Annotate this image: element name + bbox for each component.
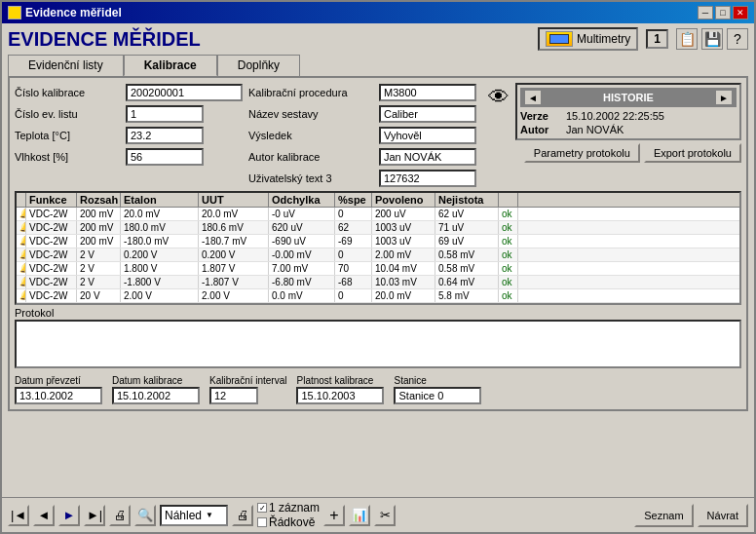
th-spe: %spe xyxy=(335,193,372,207)
play-btn[interactable]: ► xyxy=(58,505,80,526)
table-row[interactable]: 🔔VDC-2W200 mV-180.0 mV-180.7 mV-690 uV-6… xyxy=(17,235,739,248)
th-result xyxy=(499,193,518,207)
copy-icon-btn[interactable]: 📋 xyxy=(676,28,698,50)
search-btn[interactable]: 🔍 xyxy=(134,505,156,526)
printer2-btn[interactable]: 🖨 xyxy=(232,505,253,526)
table-cell: 0 xyxy=(335,289,372,302)
minimize-button[interactable]: ─ xyxy=(698,6,713,19)
scissors-btn[interactable]: ✂ xyxy=(374,505,396,526)
table-cell: 0 xyxy=(335,248,372,261)
label-platnost: Platnost kalibrace xyxy=(296,375,384,386)
table-cell: 2 V xyxy=(77,262,121,275)
input-interval[interactable] xyxy=(209,387,258,404)
row-icon: 🔔 xyxy=(17,276,26,288)
table-row[interactable]: 🔔VDC-2W2 V0.200 V0.200 V-0.00 mV02.00 mV… xyxy=(17,248,739,262)
seznam-button[interactable]: Seznam xyxy=(634,504,693,527)
input-datum-prevzeti[interactable] xyxy=(15,387,102,404)
th-funkce: Funkce xyxy=(26,193,77,207)
table-cell: VDC-2W xyxy=(26,208,77,220)
help-icon-btn[interactable]: ? xyxy=(727,28,748,50)
row-icon: 🔔 xyxy=(17,208,26,220)
row-icon: 🔔 xyxy=(17,262,26,275)
input-vysledek[interactable] xyxy=(379,127,476,144)
row-icon: 🔔 xyxy=(17,289,26,302)
zaznam-label: 1 záznam xyxy=(269,501,320,515)
input-procedura[interactable] xyxy=(379,84,476,101)
device-selector[interactable]: Multimetry xyxy=(538,27,638,51)
device-name: Multimetry xyxy=(577,32,630,46)
table-cell: 0.58 mV xyxy=(435,262,499,275)
radkove-checkbox[interactable] xyxy=(257,517,267,527)
input-uzivatel[interactable] xyxy=(379,170,476,187)
table-cell: 180.6 mV xyxy=(199,221,269,234)
prev-record-btn[interactable]: ◄ xyxy=(33,505,55,526)
device-number[interactable]: 1 xyxy=(646,29,668,49)
radkove-label: Řádkově xyxy=(269,515,315,529)
table-cell: 0.58 mV xyxy=(435,248,499,261)
table-cell: 200 mV xyxy=(77,235,121,248)
row-icon: 🔔 xyxy=(17,235,26,248)
table-cell: ok xyxy=(499,248,518,261)
main-window: Evidence měřidel ─ □ ✕ EVIDENCE MĚŘIDEL … xyxy=(0,0,756,534)
history-prev-btn[interactable]: ◄ xyxy=(524,90,542,105)
input-sestava[interactable] xyxy=(379,105,476,123)
table-cell: 1003 uV xyxy=(372,221,435,234)
parametry-button[interactable]: Parametry protokolu xyxy=(524,143,640,163)
nahled-select[interactable]: Náhled ▼ xyxy=(160,505,228,526)
tab-evidencni[interactable]: Evidenční listy xyxy=(8,55,124,76)
table-cell: VDC-2W xyxy=(26,276,77,288)
input-kalibrace[interactable] xyxy=(126,84,243,101)
history-fields: Verze 15.10.2002 22:25:55 Autor Jan NOVÁ… xyxy=(520,110,737,135)
history-next-btn[interactable]: ► xyxy=(715,90,733,105)
history-title: HISTORIE xyxy=(545,92,712,103)
history-autor-value: Jan NOVÁK xyxy=(566,124,737,135)
table-cell: 70 xyxy=(335,262,372,275)
tab-doplnky[interactable]: Doplňky xyxy=(217,55,300,76)
data-table: Funkce Rozsah Etalon UUT Odchylka %spe P… xyxy=(15,191,741,305)
last-record-btn[interactable]: ►| xyxy=(84,505,105,526)
tabs-wrapper: Evidenční listy Kalibrace Doplňky Číslo … xyxy=(8,55,748,411)
table-cell: 10.03 mV xyxy=(372,276,435,288)
add-btn[interactable]: + xyxy=(323,505,345,526)
table-row[interactable]: 🔔VDC-2W200 mV180.0 mV180.6 mV620 uV62100… xyxy=(17,221,739,235)
navrat-button[interactable]: Návrat xyxy=(698,504,748,527)
input-platnost[interactable] xyxy=(296,387,384,404)
top-row: EVIDENCE MĚŘIDEL Multimetry 1 📋 💾 ? xyxy=(8,27,748,51)
save-icon-btn[interactable]: 💾 xyxy=(701,28,723,50)
table-row[interactable]: 🔔VDC-2W2 V1.800 V1.807 V7.00 mV7010.04 m… xyxy=(17,262,739,276)
input-stanice[interactable] xyxy=(394,387,481,404)
input-vlhkost[interactable] xyxy=(126,148,204,166)
label-teplota: Teplota [°C] xyxy=(15,130,122,141)
th-etalon: Etalon xyxy=(121,193,199,207)
zaznam-checkbox[interactable] xyxy=(257,503,267,513)
bottom-fields: Datum převzetí Datum kalibrace Kalibračn… xyxy=(15,375,741,404)
table-cell: VDC-2W xyxy=(26,262,77,275)
chart-btn[interactable]: 📊 xyxy=(349,505,370,526)
print-btn[interactable]: 🖨 xyxy=(109,505,131,526)
close-button[interactable]: ✕ xyxy=(733,6,748,19)
nahled-label: Náhled xyxy=(165,509,202,522)
notes-area[interactable] xyxy=(15,320,741,368)
protokol-section: Protokol xyxy=(15,307,741,371)
maximize-button[interactable]: □ xyxy=(715,6,731,19)
table-row[interactable]: 🔔VDC-2W200 mV20.0 mV20.0 mV-0 uV0200 uV6… xyxy=(17,208,739,221)
table-cell: ok xyxy=(499,235,518,248)
history-verze-label: Verze xyxy=(520,110,564,122)
input-autor-kal[interactable] xyxy=(379,148,476,166)
mid-col: Kalibrační procedura Název sestavy Výsle… xyxy=(248,83,482,188)
table-cell: 2 V xyxy=(77,276,121,288)
table-cell: 2 V xyxy=(77,248,121,261)
input-datum-kalibrace[interactable] xyxy=(112,387,200,404)
left-col: Číslo kalibrace Číslo ev. listu Teplota … xyxy=(15,83,243,188)
table-row[interactable]: 🔔VDC-2W2 V-1.800 V-1.807 V-6.80 mV-6810.… xyxy=(17,276,739,289)
table-cell: 20 V xyxy=(77,289,121,302)
tab-kalibrace[interactable]: Kalibrace xyxy=(124,55,217,76)
input-ev-listu[interactable] xyxy=(126,105,204,123)
table-row[interactable]: 🔔VDC-2W20 V2.00 V2.00 V0.0 mV020.0 mV5.8… xyxy=(17,289,739,303)
table-cell: 62 xyxy=(335,221,372,234)
first-record-btn[interactable]: |◄ xyxy=(8,505,29,526)
input-teplota[interactable] xyxy=(126,127,204,144)
form-area: Číslo kalibrace Číslo ev. listu Teplota … xyxy=(15,83,741,188)
label-interval: Kalibrační interval xyxy=(209,375,286,386)
export-button[interactable]: Export protokolu xyxy=(644,143,741,163)
